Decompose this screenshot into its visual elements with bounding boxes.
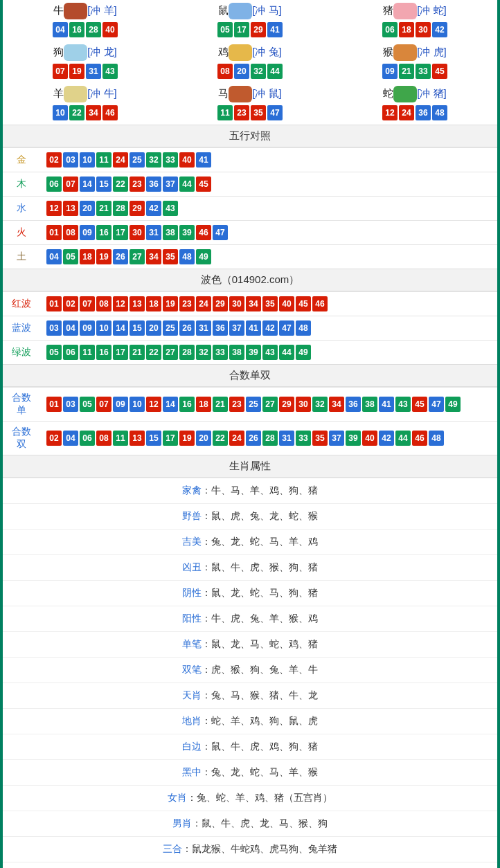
zodiac-cell: 蛇[冲 猪]12243648: [332, 83, 497, 125]
zodiac-animal-icon: [64, 44, 87, 61]
number-ball: 02: [63, 296, 78, 311]
attr-key: 黑中: [182, 766, 202, 777]
attr-colon: ：: [202, 613, 211, 624]
row-label: 木: [3, 172, 40, 197]
table-row: 蓝波03040910141520252631363741424748: [3, 316, 497, 341]
number-ball: 29: [213, 296, 228, 311]
attr-key: 白边: [182, 741, 202, 752]
row-balls: 06071415222336374445: [40, 172, 497, 197]
number-ball: 47: [213, 225, 228, 240]
number-ball: 21: [213, 397, 228, 412]
zodiac-cong: [冲 羊]: [87, 4, 117, 16]
zodiac-cell: 猪[冲 蛇]06183042: [332, 0, 497, 42]
number-ball: 12: [46, 201, 62, 216]
section-header-shuxing: 生肖属性: [3, 455, 497, 478]
attr-key: 双笔: [182, 664, 202, 675]
number-ball: 21: [130, 345, 145, 360]
number-ball: 03: [46, 320, 62, 336]
row-balls: 05061116172122272832333839434449: [40, 341, 497, 365]
row-label: 绿波: [3, 341, 40, 365]
attr-row: 天肖：兔、马、猴、猪、牛、龙: [3, 682, 497, 708]
number-ball: 07: [63, 177, 78, 192]
number-ball: 23: [229, 397, 244, 412]
number-ball: 20: [146, 320, 161, 336]
number-ball: 24: [399, 105, 414, 120]
number-ball: 10: [80, 152, 95, 168]
number-ball: 39: [346, 431, 361, 446]
zodiac-title: 蛇[冲 猪]: [332, 86, 497, 102]
number-ball: 25: [163, 320, 178, 336]
number-ball: 16: [179, 397, 195, 412]
number-ball: 45: [296, 296, 311, 311]
number-ball: 04: [63, 320, 78, 336]
attr-value: 蛇、羊、鸡、狗、鼠、虎: [211, 715, 318, 726]
attr-row: 家禽：牛、马、羊、鸡、狗、猪: [3, 478, 497, 503]
number-ball: 08: [217, 64, 233, 79]
number-ball: 17: [113, 345, 128, 360]
number-ball: 36: [213, 320, 228, 336]
number-ball: 36: [416, 105, 431, 120]
number-ball: 32: [251, 64, 266, 79]
zodiac-cell: 鼠[冲 马]05172941: [168, 0, 332, 42]
attr-value: 牛、虎、兔、羊、猴、鸡: [211, 613, 318, 624]
zodiac-name: 羊: [53, 87, 64, 99]
number-ball: 11: [113, 431, 128, 446]
attr-row: 黑中：兔、龙、蛇、马、羊、猴: [3, 759, 497, 785]
zodiac-balls: 05172941: [168, 22, 332, 37]
attr-key: 阳性: [182, 613, 202, 624]
table-row: 红波0102070812131819232429303435404546: [3, 292, 497, 316]
zodiac-name: 马: [218, 87, 229, 99]
number-ball: 45: [412, 397, 427, 412]
zodiac-cell: 狗[冲 龙]07193143: [3, 42, 168, 83]
attr-row: 凶丑：鼠、牛、虎、猴、狗、猪: [3, 554, 497, 580]
number-ball: 03: [63, 152, 78, 168]
number-ball: 12: [382, 105, 398, 120]
number-ball: 44: [395, 431, 411, 446]
number-ball: 07: [53, 64, 68, 79]
zodiac-name: 牛: [53, 4, 64, 16]
number-ball: 19: [179, 431, 195, 446]
number-ball: 10: [130, 397, 145, 412]
row-balls: 0103050709101214161821232527293032343638…: [40, 388, 497, 422]
row-balls: 0108091617303138394647: [40, 221, 497, 245]
number-ball: 27: [130, 249, 145, 264]
number-ball: 15: [130, 320, 145, 336]
number-ball: 12: [113, 296, 128, 311]
number-ball: 12: [146, 397, 161, 412]
attr-colon: ：: [202, 561, 211, 572]
number-ball: 49: [296, 345, 311, 360]
attr-colon: ：: [202, 766, 211, 777]
zodiac-cong: [冲 兔]: [252, 46, 282, 57]
number-ball: 02: [46, 431, 62, 446]
number-ball: 35: [251, 105, 266, 120]
attr-value: 鼠、牛、虎、猴、狗、猪: [211, 561, 318, 572]
number-ball: 09: [113, 397, 128, 412]
section-header-bose: 波色（014902.com）: [3, 269, 497, 291]
number-ball: 48: [432, 105, 447, 120]
number-ball: 05: [217, 22, 233, 37]
attr-colon: ：: [202, 536, 211, 547]
zodiac-cell: 羊[冲 牛]10223446: [3, 83, 168, 125]
zodiac-cong: [冲 马]: [252, 4, 282, 16]
number-ball: 07: [96, 397, 111, 412]
attr-colon: ：: [187, 792, 197, 803]
attr-key: 女肖: [168, 792, 187, 803]
zodiac-name: 鼠: [218, 4, 229, 16]
attr-key: 单笔: [182, 638, 202, 649]
number-ball: 46: [412, 431, 427, 446]
attr-key: 凶丑: [182, 561, 202, 572]
row-balls: 02031011242532334041: [40, 148, 497, 172]
number-ball: 40: [362, 431, 377, 446]
zodiac-balls: 08203244: [168, 64, 332, 79]
attr-row: 单笔：鼠、龙、马、蛇、鸡、猪: [3, 631, 497, 657]
number-ball: 21: [96, 201, 111, 216]
table-wuxing: 金02031011242532334041木060714152223363744…: [3, 147, 497, 269]
number-ball: 36: [146, 177, 161, 192]
number-ball: 07: [80, 296, 95, 311]
number-ball: 35: [312, 431, 328, 446]
number-ball: 42: [379, 431, 394, 446]
attr-row: 野兽：鼠、虎、兔、龙、蛇、猴: [3, 503, 497, 529]
attr-colon: ：: [182, 843, 192, 854]
table-row: 合数单0103050709101214161821232527293032343…: [3, 388, 497, 422]
attr-key: 阴性: [182, 587, 202, 598]
